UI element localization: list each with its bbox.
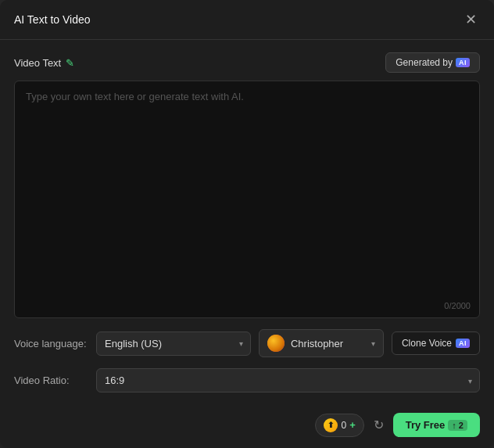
ai-badge: AI <box>456 58 470 67</box>
voice-avatar <box>267 335 285 352</box>
video-ratio-row: Video Ratio: 16:9 9:16 1:1 4:3 ▾ <box>14 368 480 392</box>
voice-language-select[interactable]: English (US) English (UK) Spanish French… <box>96 332 251 356</box>
try-free-label: Try Free <box>406 419 446 431</box>
video-ratio-label: Video Ratio: <box>14 375 88 386</box>
edit-icon: ✎ <box>66 57 74 69</box>
generated-by-label: Generated by <box>396 57 453 68</box>
close-icon: ✕ <box>465 12 477 27</box>
section-label: Video Text ✎ <box>14 57 74 69</box>
clone-voice-label: Clone Voice <box>402 338 452 349</box>
voice-chevron-icon: ▾ <box>371 339 375 348</box>
close-button[interactable]: ✕ <box>462 11 480 28</box>
app-window: AI Text to Video ✕ Video Text ✎ Generate… <box>0 0 494 448</box>
video-text-label: Video Text <box>14 57 61 69</box>
main-content: Video Text ✎ Generated by AI 0/2000 Voic… <box>0 40 494 405</box>
plus-icon: + <box>349 419 356 431</box>
footer-bar: ⬆ 0 + ↻ Try Free ↑ 2 <box>0 405 494 448</box>
window-title: AI Text to Video <box>14 13 91 26</box>
credits-icon: ⬆ <box>324 418 338 432</box>
credits-pill: ⬆ 0 + <box>315 414 363 437</box>
title-bar-left: AI Text to Video <box>14 13 91 26</box>
voice-name: Christopher <box>291 338 365 349</box>
try-free-button[interactable]: Try Free ↑ 2 <box>393 413 480 437</box>
ratio-select-wrapper: 16:9 9:16 1:1 4:3 ▾ <box>96 368 480 392</box>
clone-voice-button[interactable]: Clone Voice AI <box>392 332 480 355</box>
voice-language-select-wrapper: English (US) English (UK) Spanish French… <box>96 332 251 356</box>
voice-selector[interactable]: Christopher ▾ <box>259 329 384 357</box>
textarea-wrapper: 0/2000 <box>14 81 480 318</box>
refresh-button[interactable]: ↻ <box>370 414 387 435</box>
video-text-input[interactable] <box>14 81 480 318</box>
generated-by-ai-button[interactable]: Generated by AI <box>385 52 480 73</box>
try-free-badge: ↑ 2 <box>448 420 467 431</box>
video-ratio-select[interactable]: 16:9 9:16 1:1 4:3 <box>96 368 480 392</box>
char-count: 0/2000 <box>444 301 471 310</box>
title-bar: AI Text to Video ✕ <box>0 0 494 40</box>
section-header: Video Text ✎ Generated by AI <box>14 52 480 73</box>
voice-language-row: Voice language: English (US) English (UK… <box>14 329 480 357</box>
video-text-section: Video Text ✎ Generated by AI 0/2000 <box>14 52 480 318</box>
credits-count: 0 <box>341 420 346 431</box>
voice-language-label: Voice language: <box>14 338 88 349</box>
clone-ai-badge: AI <box>456 339 470 348</box>
refresh-icon: ↻ <box>374 418 384 432</box>
